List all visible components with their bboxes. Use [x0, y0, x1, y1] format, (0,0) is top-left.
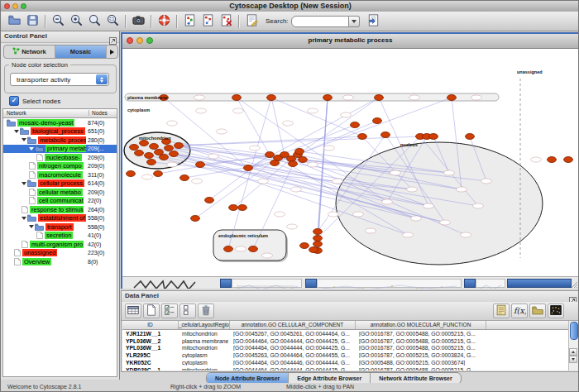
- network-node[interactable]: [309, 247, 318, 253]
- table-cell[interactable]: [GO:0016787, GO:0005215, GO:0003824, G..…: [356, 352, 486, 358]
- background-window[interactable]: [476, 279, 505, 288]
- network-node-label[interactable]: [353, 212, 364, 217]
- background-window-titlebar[interactable]: [507, 279, 572, 288]
- table-cell[interactable]: YDR039C__1: [122, 367, 179, 370]
- network-node-label[interactable]: [382, 199, 393, 204]
- import-attributes-button[interactable]: [529, 304, 546, 318]
- open-button[interactable]: [6, 13, 22, 30]
- network-node-label[interactable]: [262, 253, 273, 258]
- column-cellular-component[interactable]: annotation.GO CELLULAR_COMPONENT: [230, 321, 356, 329]
- column-region[interactable]: _cellularLayoutRegion: [179, 321, 230, 329]
- table-cell[interactable]: [GO:0005488, GO:0005215, GO:0003674]: [356, 360, 486, 366]
- network-node-label[interactable]: [457, 187, 467, 192]
- float-panel-icon[interactable]: [109, 33, 117, 41]
- network-node[interactable]: [175, 143, 184, 149]
- network-node[interactable]: [170, 151, 179, 157]
- network-node[interactable]: [224, 246, 233, 252]
- background-window[interactable]: [317, 279, 462, 288]
- network-node[interactable]: [191, 216, 200, 222]
- network-node[interactable]: [165, 146, 174, 151]
- column-molecular-function[interactable]: annotation.GO MOLECULAR_FUNCTION: [356, 321, 486, 329]
- network-node-label[interactable]: [217, 129, 227, 134]
- tree-item[interactable]: macromolecule311(0): [3, 170, 117, 179]
- network-node-label[interactable]: [481, 179, 492, 184]
- tree-item[interactable]: mosaic-demo-yeast874(0): [3, 118, 117, 127]
- network-palette-button[interactable]: [181, 13, 198, 30]
- attribute-editor-button[interactable]: [493, 304, 510, 318]
- tree-item[interactable]: transport558(0): [3, 222, 117, 232]
- tree-item[interactable]: cellular process614(0): [3, 179, 117, 189]
- background-window-icon[interactable]: [464, 279, 476, 288]
- network-node[interactable]: [564, 157, 573, 163]
- expand-arrow-icon[interactable]: [29, 147, 34, 151]
- tree-item[interactable]: metabolic process280(0): [3, 136, 117, 145]
- attribute-select-button[interactable]: [125, 304, 141, 318]
- tree-item[interactable]: multi-organism pro42(0): [3, 240, 117, 249]
- network-node[interactable]: [196, 162, 205, 168]
- network-node[interactable]: [373, 118, 382, 124]
- table-cell[interactable]: [GO:0045263, GO:0044464, GO:0044455, G..…: [230, 352, 356, 358]
- zoom-fit-button[interactable]: [86, 13, 103, 30]
- network-node-label[interactable]: [142, 174, 153, 179]
- network-node[interactable]: [229, 205, 238, 211]
- notes-button[interactable]: [243, 13, 260, 30]
- network-node-label[interactable]: [473, 203, 484, 208]
- node-color-attribute-select[interactable]: transporter activity: [10, 73, 109, 86]
- network-node-label[interactable]: [291, 187, 302, 192]
- network-node-label[interactable]: [531, 157, 542, 162]
- create-view-button[interactable]: [199, 13, 216, 30]
- help-button[interactable]: [156, 13, 172, 30]
- network-node[interactable]: [295, 149, 304, 155]
- tree-item[interactable]: primary metabo209(...: [3, 145, 117, 154]
- tree-item[interactable]: response to stimulu264(0): [3, 205, 117, 214]
- resize-grip[interactable]: [571, 277, 578, 284]
- network-node[interactable]: [267, 95, 276, 101]
- network-node[interactable]: [266, 152, 275, 158]
- network-node[interactable]: [140, 141, 149, 146]
- network-node[interactable]: [375, 95, 384, 101]
- background-window[interactable]: [232, 279, 302, 288]
- attribute-delete-button[interactable]: [198, 304, 214, 318]
- network-node[interactable]: [160, 155, 169, 160]
- network-node[interactable]: [351, 122, 360, 128]
- network-node[interactable]: [150, 144, 159, 150]
- network-node-label[interactable]: [403, 232, 414, 237]
- network-node[interactable]: [323, 95, 333, 101]
- network-node[interactable]: [447, 95, 457, 101]
- network-node-label[interactable]: [409, 95, 420, 100]
- table-cell[interactable]: mitochondrion: [179, 345, 230, 351]
- network-node[interactable]: [154, 171, 163, 177]
- network-node[interactable]: [135, 151, 144, 156]
- table-cell[interactable]: YJR121W__1: [122, 331, 179, 337]
- network-node[interactable]: [130, 145, 139, 151]
- save-button[interactable]: [24, 13, 41, 30]
- network-node[interactable]: [313, 241, 323, 247]
- network-node[interactable]: [270, 160, 280, 166]
- scroll-up-button[interactable]: [569, 348, 577, 356]
- zoom-in-button[interactable]: [68, 13, 84, 30]
- network-node[interactable]: [180, 175, 189, 181]
- tree-item[interactable]: cell communicat22(0): [3, 197, 117, 206]
- table-cell[interactable]: mitochondrion: [179, 367, 230, 370]
- scrollbar-thumb[interactable]: [570, 322, 578, 340]
- table-scrollbar[interactable]: [568, 321, 578, 370]
- table-cell[interactable]: YPL036W__1: [122, 345, 179, 351]
- select-nodes-checkbox[interactable]: ✓: [9, 96, 19, 106]
- table-cell[interactable]: YPL036W__2: [122, 338, 179, 344]
- column-id[interactable]: ID: [122, 321, 179, 329]
- network-node-label[interactable]: [390, 170, 401, 175]
- network-node-label[interactable]: [250, 146, 261, 151]
- network-node[interactable]: [300, 243, 309, 249]
- scroll-down-button[interactable]: [569, 356, 577, 363]
- network-node[interactable]: [249, 246, 258, 252]
- network-node[interactable]: [244, 165, 253, 171]
- table-cell[interactable]: [GO:0044464, GO:0044444, GO:0044425, G..…: [230, 345, 356, 351]
- table-cell[interactable]: [GO:0044464, GO:0044446, GO:0044444, G..…: [230, 360, 356, 366]
- tab-mosaic[interactable]: Mosaic: [55, 45, 107, 58]
- destroy-view-button[interactable]: [218, 13, 234, 30]
- network-node-label[interactable]: [192, 179, 203, 184]
- network-canvas[interactable]: plasma membranecytoplasmmitochondrionnuc…: [122, 49, 578, 276]
- network-node-label[interactable]: [366, 228, 376, 233]
- table-cell[interactable]: YLR295C: [122, 352, 179, 358]
- unselect-all-attributes-button[interactable]: [179, 304, 196, 318]
